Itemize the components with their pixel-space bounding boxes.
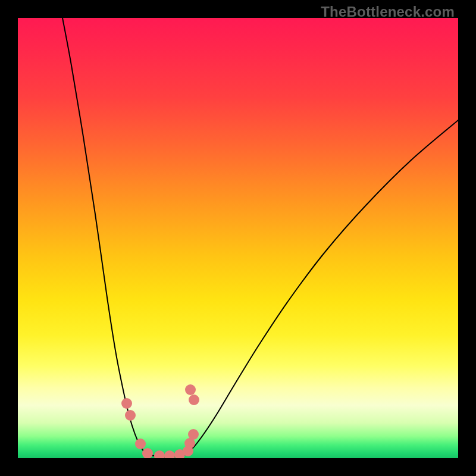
- chart-frame: [18, 18, 458, 458]
- curve-markers: [121, 384, 199, 458]
- curve-path: [62, 18, 458, 457]
- marker-dot: [142, 448, 153, 458]
- marker-dot: [135, 439, 146, 449]
- bottleneck-curve: [18, 18, 458, 458]
- marker-dot: [154, 450, 165, 458]
- marker-dot: [125, 410, 136, 421]
- marker-dot: [188, 429, 199, 440]
- marker-dot: [164, 450, 175, 458]
- marker-dot: [185, 384, 196, 395]
- marker-dot: [121, 398, 132, 409]
- marker-dot: [189, 394, 199, 405]
